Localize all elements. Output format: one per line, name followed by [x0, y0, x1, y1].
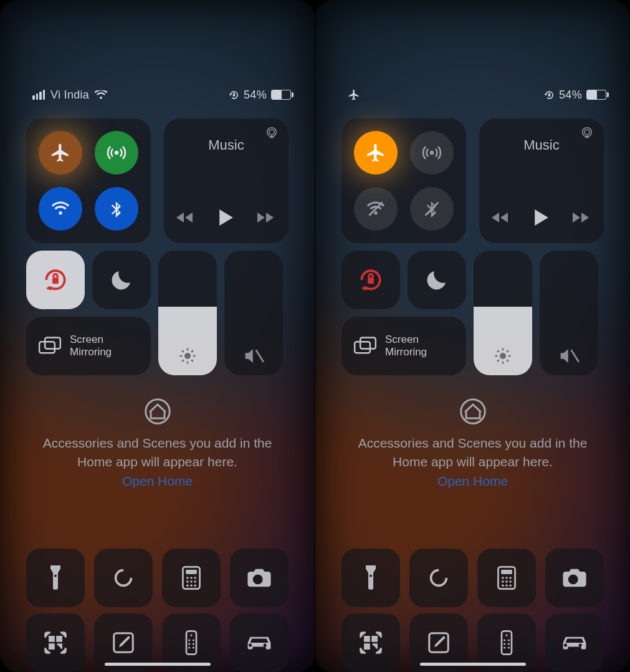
rewind-icon[interactable] — [176, 211, 195, 224]
svg-rect-38 — [360, 338, 376, 349]
open-home-link[interactable]: Open Home — [37, 474, 277, 489]
shortcut-row-1 — [26, 549, 289, 607]
svg-rect-54 — [365, 645, 370, 649]
orientation-lock-status-icon — [544, 90, 555, 100]
carplay-button[interactable] — [545, 613, 604, 672]
svg-rect-0 — [233, 94, 236, 97]
mirror-line1: Screen — [70, 334, 103, 345]
forward-icon[interactable] — [573, 211, 591, 224]
svg-point-59 — [508, 639, 510, 641]
home-indicator[interactable] — [420, 663, 526, 666]
mirroring-icon — [354, 337, 376, 355]
svg-point-46 — [502, 580, 504, 583]
calculator-button[interactable] — [162, 549, 221, 607]
svg-point-7 — [184, 353, 191, 359]
svg-point-27 — [193, 639, 194, 641]
music-tile[interactable]: Music — [164, 118, 289, 243]
svg-rect-21 — [57, 637, 62, 641]
orientation-lock-button[interactable] — [26, 251, 85, 309]
brightness-icon — [474, 347, 532, 365]
svg-point-12 — [190, 577, 193, 579]
music-label: Music — [479, 137, 604, 153]
play-icon[interactable] — [535, 209, 548, 226]
svg-point-45 — [509, 577, 512, 579]
mirroring-icon — [39, 337, 61, 355]
home-section: Accessories and Scenes you add in the Ho… — [37, 398, 277, 489]
svg-point-11 — [186, 577, 189, 579]
svg-point-18 — [190, 584, 193, 587]
mirror-line2: Mirroring — [70, 346, 112, 358]
carplay-button[interactable] — [230, 613, 289, 672]
open-home-link[interactable]: Open Home — [353, 474, 593, 489]
home-icon — [353, 398, 593, 425]
svg-rect-42 — [501, 570, 512, 574]
screen-mirroring-button[interactable]: ScreenMirroring — [26, 317, 151, 375]
connectivity-tile[interactable] — [341, 118, 466, 243]
svg-point-29 — [193, 643, 194, 645]
svg-rect-32 — [548, 94, 551, 97]
battery-icon — [271, 90, 291, 100]
music-tile[interactable]: Music — [479, 118, 604, 243]
brightness-slider[interactable] — [474, 251, 532, 375]
timer-button[interactable] — [409, 549, 468, 607]
flashlight-button[interactable] — [341, 549, 400, 607]
timer-button[interactable] — [94, 549, 153, 607]
rewind-icon[interactable] — [492, 211, 510, 224]
forward-icon[interactable] — [257, 211, 276, 224]
play-icon[interactable] — [219, 209, 233, 226]
qr-scanner-button[interactable] — [26, 613, 85, 672]
do-not-disturb-button[interactable] — [408, 251, 466, 309]
svg-point-15 — [190, 580, 193, 583]
svg-point-44 — [505, 577, 508, 579]
mirror-line1: Screen — [385, 334, 419, 345]
status-bar: 54% — [348, 86, 606, 103]
wifi-button[interactable] — [39, 187, 82, 231]
orientation-lock-button[interactable] — [341, 251, 400, 309]
airplane-status-icon — [348, 89, 360, 101]
mute-icon — [224, 347, 283, 365]
svg-point-57 — [505, 634, 507, 636]
signal-icon — [32, 90, 45, 100]
svg-point-16 — [194, 580, 196, 583]
bluetooth-button[interactable] — [410, 187, 454, 231]
battery-text: 54% — [559, 89, 582, 102]
calculator-button[interactable] — [477, 549, 536, 607]
svg-rect-36 — [368, 277, 374, 284]
svg-point-60 — [504, 643, 505, 645]
home-text: Accessories and Scenes you add in the Ho… — [353, 434, 593, 471]
airplane-mode-button[interactable] — [354, 131, 398, 175]
volume-slider[interactable] — [540, 251, 598, 375]
cellular-data-button[interactable] — [410, 131, 454, 175]
svg-point-58 — [504, 639, 505, 641]
wifi-button[interactable] — [354, 187, 398, 231]
svg-rect-22 — [50, 645, 54, 649]
volume-slider[interactable] — [224, 251, 283, 375]
airplane-mode-button[interactable] — [39, 131, 82, 175]
bluetooth-button[interactable] — [95, 187, 138, 231]
camera-button[interactable] — [230, 549, 289, 607]
svg-point-63 — [508, 646, 510, 648]
screen-mirroring-button[interactable]: ScreenMirroring — [341, 317, 466, 375]
home-indicator[interactable] — [105, 663, 211, 666]
svg-point-14 — [186, 580, 189, 583]
svg-point-31 — [193, 646, 194, 648]
do-not-disturb-button[interactable] — [92, 251, 151, 309]
qr-scanner-button[interactable] — [341, 613, 400, 672]
brightness-icon — [158, 347, 217, 365]
home-text: Accessories and Scenes you add in the Ho… — [37, 434, 277, 471]
svg-point-49 — [502, 584, 504, 587]
music-label: Music — [164, 137, 289, 153]
home-section: Accessories and Scenes you add in the Ho… — [353, 398, 593, 489]
flashlight-button[interactable] — [26, 549, 85, 607]
cellular-data-button[interactable] — [95, 131, 138, 175]
svg-rect-53 — [373, 637, 377, 641]
screen-before: Vi India 54% — [0, 0, 315, 672]
brightness-slider[interactable] — [158, 251, 217, 375]
svg-rect-6 — [45, 338, 60, 349]
svg-point-47 — [505, 580, 508, 583]
wifi-status-icon — [95, 90, 107, 100]
connectivity-tile[interactable] — [26, 118, 151, 243]
camera-button[interactable] — [545, 549, 604, 607]
home-icon — [37, 398, 277, 425]
svg-point-39 — [500, 353, 506, 359]
